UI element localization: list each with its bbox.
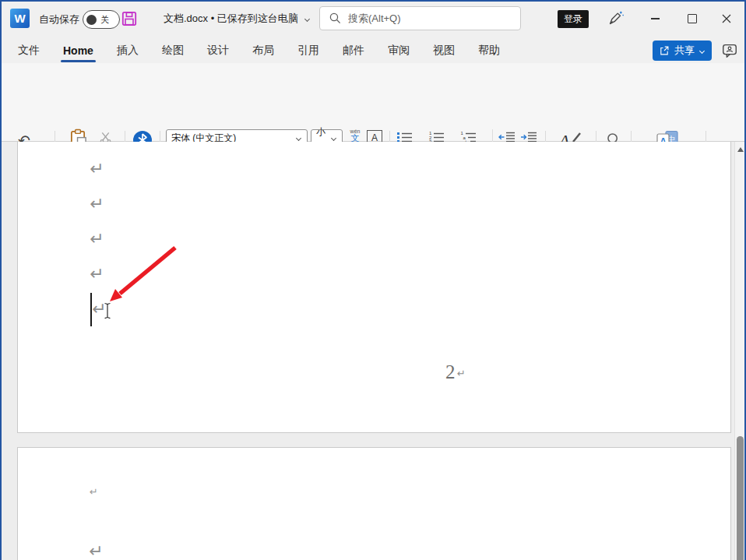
close-icon [722, 14, 731, 23]
scrollbar-thumb[interactable] [737, 436, 744, 560]
scroll-up-arrow-icon[interactable] [737, 147, 744, 152]
word-logo: W [10, 9, 30, 28]
tab-mailings[interactable]: 邮件 [331, 37, 376, 63]
tab-design[interactable]: 设计 [195, 37, 241, 63]
close-button[interactable] [715, 9, 738, 29]
paragraph-mark: ↵ [90, 195, 104, 213]
chevron-down-icon [296, 136, 302, 141]
document-title-text: 文档.docx • 已保存到这台电脑 [164, 12, 298, 26]
save-icon[interactable] [121, 11, 137, 26]
maximize-button[interactable] [681, 9, 704, 29]
document-title[interactable]: 文档.docx • 已保存到这台电脑 [164, 12, 311, 26]
search-box [319, 6, 521, 30]
red-annotation-arrow [104, 240, 181, 306]
share-button[interactable]: 共享 [653, 41, 712, 61]
window-border-left [0, 0, 2, 560]
page-number: 2 [445, 361, 456, 383]
phonetic-guide-button[interactable]: wén 文 [347, 129, 364, 143]
share-icon [659, 45, 670, 56]
text-caret [90, 293, 92, 326]
paragraph-mark: ↵ [90, 266, 104, 283]
tab-help[interactable]: 帮助 [466, 37, 512, 63]
toggle-knob-icon [86, 15, 97, 25]
paragraph-mark: ↵ [90, 231, 104, 248]
word-logo-letter: W [14, 12, 25, 25]
search-input[interactable] [319, 6, 521, 30]
autosave-label: 自动保存 [39, 12, 79, 26]
paragraph-mark: ↵ [90, 487, 98, 497]
tab-review[interactable]: 审阅 [376, 37, 421, 63]
tab-draw[interactable]: 绘图 [150, 37, 195, 63]
maximize-icon [688, 14, 697, 23]
page-2[interactable] [17, 447, 731, 560]
chevron-down-icon [331, 136, 337, 141]
paragraph-mark: ↵ [90, 160, 104, 178]
login-button[interactable]: 登录 [558, 10, 589, 28]
tab-insert[interactable]: 插入 [105, 37, 150, 63]
minimize-button[interactable] [643, 9, 667, 29]
document-canvas [0, 142, 746, 560]
autosave-state: 关 [100, 14, 109, 26]
tab-home[interactable]: Home [51, 37, 105, 63]
minimize-icon [651, 18, 660, 19]
title-bar: W 自动保存 关 文档.docx • 已保存到这台电脑 登录 [0, 0, 746, 37]
tab-references[interactable]: 引用 [286, 37, 331, 63]
autosave-toggle[interactable]: 关 [83, 10, 120, 29]
chevron-down-icon [304, 16, 311, 22]
paragraph-mark: ↵ [457, 368, 466, 379]
ribbon-tab-bar: 文件 Home 插入 绘图 设计 布局 引用 邮件 审阅 视图 帮助 [6, 37, 512, 63]
tab-view[interactable]: 视图 [421, 37, 466, 63]
search-icon [329, 12, 342, 25]
tab-file[interactable]: 文件 [6, 37, 51, 63]
chevron-down-icon [699, 48, 706, 54]
window-border-top [0, 0, 746, 2]
comments-icon[interactable] [721, 42, 738, 59]
pen-sparkle-icon[interactable] [607, 10, 624, 27]
tab-layout[interactable]: 布局 [241, 37, 286, 63]
ribbon: ↶ ↻ 撤销 粘贴 剪贴板 发 送…… 蓝牙 宋体 (中文正文) 小一 wén … [0, 63, 746, 142]
paragraph-mark: ↵ [89, 543, 103, 560]
share-label: 共享 [674, 44, 695, 58]
